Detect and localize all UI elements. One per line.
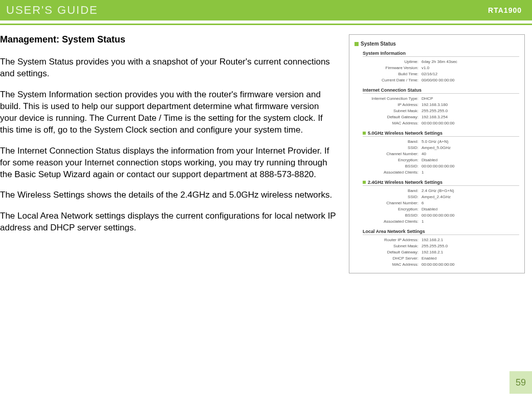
section-internet-connection: Internet Connection Status (363, 88, 519, 94)
text-column: Management: System Status The System Sta… (0, 34, 343, 273)
system-status-figure: System Status System Information Uptime:… (349, 34, 525, 273)
page-number: 59 (509, 371, 532, 394)
paragraph-3: The Internet Connection Status displays … (0, 145, 338, 181)
content: Management: System Status The System Sta… (0, 25, 532, 273)
section-lan-settings: Local Area Network Settings (363, 229, 519, 235)
paragraph-4: The Wireless Settings shows the details … (0, 189, 338, 201)
page-heading: Management: System Status (0, 34, 343, 45)
square-bullet-icon (363, 181, 366, 184)
section-5ghz-wireless: 5.0GHz Wireless Network Settings (363, 131, 519, 137)
header-model: RTA1900 (488, 6, 526, 14)
square-bullet-icon (354, 42, 359, 46)
square-bullet-icon (363, 132, 366, 135)
section-system-information: System Information (363, 51, 519, 57)
header-title: USER'S GUIDE (6, 4, 98, 17)
paragraph-2: The System Information section provides … (0, 89, 338, 136)
figure-title-row: System Status (354, 41, 519, 47)
figure-column: System Status System Information Uptime:… (343, 34, 532, 273)
paragraph-1: The System Status provides you with a sn… (0, 56, 338, 80)
header-bar: USER'S GUIDE RTA1900 (0, 0, 532, 20)
paragraph-5: The Local Area Network settings displays… (0, 210, 338, 234)
figure-title: System Status (361, 41, 396, 47)
section-24ghz-wireless: 2.4GHz Wireless Network Settings (363, 180, 519, 186)
